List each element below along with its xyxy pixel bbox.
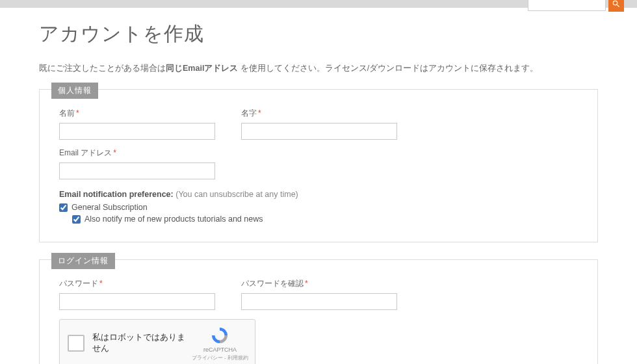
confirm-password-label: パスワードを確認* <box>241 278 397 289</box>
recaptcha-logo-area: reCAPTCHA プライバシー - 利用規約 <box>192 326 248 361</box>
search-container <box>528 0 624 12</box>
password-input[interactable] <box>59 293 215 310</box>
required-marker: * <box>305 279 308 288</box>
confirm-password-label-text: パスワードを確認 <box>241 279 304 288</box>
confirm-password-input[interactable] <box>241 293 397 310</box>
required-marker: * <box>113 148 116 157</box>
instruction-text: 既にご注文したことがある場合は同じEmailアドレス を使用してください。ライセ… <box>39 62 598 75</box>
last-name-label: 名字* <box>241 108 397 119</box>
recaptcha-terms-link[interactable]: プライバシー - 利用規約 <box>192 354 248 361</box>
password-field-wrap: パスワード* <box>59 278 215 310</box>
required-marker: * <box>99 279 103 288</box>
email-label: Email アドレス* <box>59 148 215 159</box>
last-name-input[interactable] <box>241 123 397 140</box>
recaptcha-brand-name: reCAPTCHA <box>192 346 248 353</box>
login-info-legend: ログイン情報 <box>51 253 115 269</box>
instruction-bold: 同じEmailアドレス <box>166 64 238 73</box>
email-input[interactable] <box>59 162 215 179</box>
general-subscription-row: General Subscription <box>59 203 578 212</box>
recaptcha-checkbox[interactable] <box>68 335 84 352</box>
first-name-label-text: 名前 <box>59 109 75 118</box>
recaptcha-label: 私はロボットではありません <box>92 332 190 354</box>
required-marker: * <box>258 109 261 118</box>
also-notify-checkbox[interactable] <box>72 215 81 224</box>
instruction-post: を使用してください。ライセンス/ダウンロードはアカウントに保存されます。 <box>238 64 538 73</box>
search-button[interactable] <box>608 0 624 12</box>
personal-info-legend: 個人情報 <box>51 83 98 99</box>
first-name-field-wrap: 名前* <box>59 108 215 140</box>
notification-heading-strong: Email notification preference: <box>59 190 174 199</box>
confirm-password-field-wrap: パスワードを確認* <box>241 278 397 310</box>
email-label-text: Email アドレス <box>59 148 112 157</box>
search-icon <box>612 0 621 8</box>
notification-block: Email notification preference: (You can … <box>59 190 578 224</box>
also-notify-row: Also notify me of new products tutorials… <box>72 214 578 224</box>
recaptcha-icon <box>210 326 229 345</box>
first-name-input[interactable] <box>59 123 215 140</box>
first-name-label: 名前* <box>59 108 215 119</box>
last-name-field-wrap: 名字* <box>241 108 397 140</box>
notification-heading: Email notification preference: (You can … <box>59 190 578 199</box>
general-subscription-label: General Subscription <box>72 203 148 212</box>
password-label-text: パスワード <box>59 279 98 288</box>
last-name-label-text: 名字 <box>241 109 257 118</box>
login-info-fieldset: ログイン情報 パスワード* パスワードを確認* 私はロボットではあり <box>39 259 598 364</box>
top-bar <box>0 0 637 8</box>
page-title: アカウントを作成 <box>39 21 598 47</box>
also-notify-label: Also notify me of new products tutorials… <box>84 214 263 224</box>
email-field-wrap: Email アドレス* <box>59 148 215 179</box>
recaptcha-widget: 私はロボットではありません reCAPTCHA プライバシー - 利用規約 <box>59 319 255 364</box>
general-subscription-checkbox[interactable] <box>59 203 68 212</box>
instruction-pre: 既にご注文したことがある場合は <box>39 64 166 73</box>
required-marker: * <box>76 109 79 118</box>
search-input[interactable] <box>528 0 606 11</box>
notification-heading-note: (You can unsubscribe at any time) <box>176 190 298 199</box>
password-label: パスワード* <box>59 278 215 289</box>
personal-info-fieldset: 個人情報 名前* 名字* Email <box>39 89 598 242</box>
